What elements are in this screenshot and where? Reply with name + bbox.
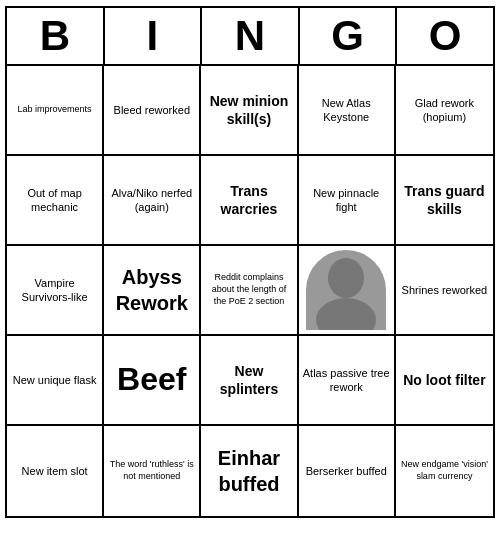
cell-text-16: Beef	[117, 359, 186, 401]
cell-20: New item slot	[7, 426, 104, 516]
cell-text-14: Shrines reworked	[402, 283, 488, 297]
cell-text-11: Abyss Rework	[108, 264, 195, 316]
cell-3: New Atlas Keystone	[299, 66, 396, 156]
bingo-header: BINGO	[7, 8, 493, 66]
cell-text-8: New pinnacle fight	[303, 186, 390, 215]
cell-text-1: Bleed reworked	[114, 103, 190, 117]
header-letter-n: N	[202, 8, 300, 64]
cell-text-12: Reddit complains about the length of the…	[205, 272, 292, 307]
cell-5: Out of map mechanic	[7, 156, 104, 246]
cell-8: New pinnacle fight	[299, 156, 396, 246]
cell-12: Reddit complains about the length of the…	[201, 246, 298, 336]
cell-text-22: Einhar buffed	[205, 445, 292, 497]
cell-22: Einhar buffed	[201, 426, 298, 516]
cell-text-21: The word 'ruthless' is not mentioned	[108, 459, 195, 482]
cell-13	[299, 246, 396, 336]
cell-1: Bleed reworked	[104, 66, 201, 156]
cell-24: New endgame 'vision' slam currency	[396, 426, 493, 516]
bingo-card: BINGO Lab improvementsBleed reworkedNew …	[5, 6, 495, 518]
cell-10: Vampire Survivors-like	[7, 246, 104, 336]
cell-text-0: Lab improvements	[18, 104, 92, 116]
cell-15: New unique flask	[7, 336, 104, 426]
svg-point-0	[328, 258, 364, 298]
cell-text-10: Vampire Survivors-like	[11, 276, 98, 305]
cell-text-19: No loot filter	[403, 371, 485, 389]
cell-9: Trans guard skills	[396, 156, 493, 246]
cell-17: New splinters	[201, 336, 298, 426]
bingo-grid: Lab improvementsBleed reworkedNew minion…	[7, 66, 493, 516]
cell-text-5: Out of map mechanic	[11, 186, 98, 215]
cell-23: Berserker buffed	[299, 426, 396, 516]
cell-text-7: Trans warcries	[205, 182, 292, 218]
cell-0: Lab improvements	[7, 66, 104, 156]
cell-11: Abyss Rework	[104, 246, 201, 336]
cell-text-15: New unique flask	[13, 373, 97, 387]
cell-7: Trans warcries	[201, 156, 298, 246]
cell-text-2: New minion skill(s)	[205, 92, 292, 128]
cell-text-4: Glad rework (hopium)	[400, 96, 489, 125]
cell-4: Glad rework (hopium)	[396, 66, 493, 156]
cell-19: No loot filter	[396, 336, 493, 426]
cell-text-20: New item slot	[22, 464, 88, 478]
cell-14: Shrines reworked	[396, 246, 493, 336]
header-letter-g: G	[300, 8, 398, 64]
cell-2: New minion skill(s)	[201, 66, 298, 156]
header-letter-b: B	[7, 8, 105, 64]
header-letter-o: O	[397, 8, 493, 64]
cell-text-17: New splinters	[205, 362, 292, 398]
cell-text-24: New endgame 'vision' slam currency	[400, 459, 489, 482]
cell-text-18: Atlas passive tree rework	[303, 366, 390, 395]
header-letter-i: I	[105, 8, 203, 64]
cell-text-6: Alva/Niko nerfed (again)	[108, 186, 195, 215]
cell-text-3: New Atlas Keystone	[303, 96, 390, 125]
cell-text-23: Berserker buffed	[306, 464, 387, 478]
cell-text-9: Trans guard skills	[400, 182, 489, 218]
cell-21: The word 'ruthless' is not mentioned	[104, 426, 201, 516]
cell-16: Beef	[104, 336, 201, 426]
cell-18: Atlas passive tree rework	[299, 336, 396, 426]
cell-6: Alva/Niko nerfed (again)	[104, 156, 201, 246]
svg-point-1	[316, 298, 376, 330]
